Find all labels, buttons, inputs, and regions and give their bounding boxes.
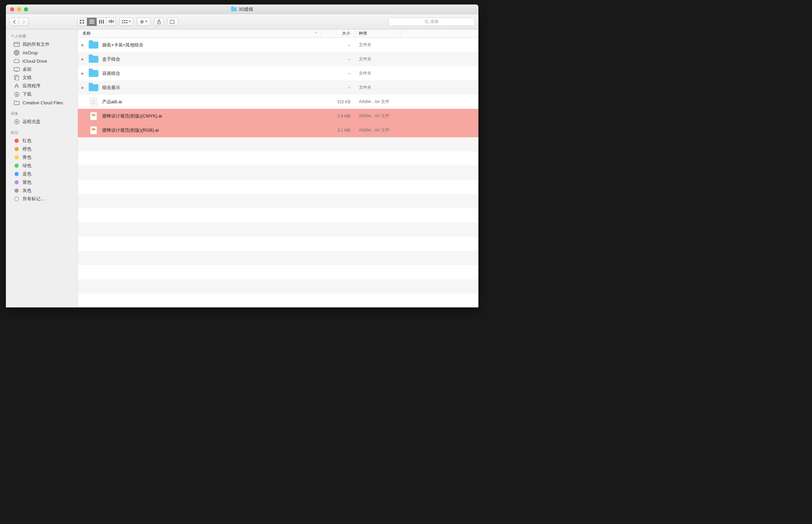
gear-icon: ✻ (140, 19, 144, 25)
sidebar-item-favorite[interactable]: 我的所有文件 (6, 40, 78, 49)
file-kind: Adobe…tor 文件 (355, 127, 400, 133)
file-row[interactable]: 蜜蜂设计规范(初版)(RGB).ai3.1 MBAdobe…tor 文件 (78, 123, 478, 137)
sidebar-item-label: 灰色 (23, 187, 32, 194)
svg-rect-2 (80, 22, 81, 24)
file-row[interactable]: ▶盒子组合--文件夹 (78, 52, 478, 66)
file-size: 3.1 MB (321, 128, 355, 133)
sidebar-item-favorite[interactable]: 桌面 (6, 65, 78, 73)
favorites-header: 个人收藏 (6, 32, 78, 40)
sidebar-item-favorite[interactable]: Creative Cloud Files (6, 98, 78, 107)
arrange-button[interactable] (120, 18, 133, 26)
file-row[interactable]: ▶容器组合--文件夹 (78, 66, 478, 80)
file-kind: Adobe…tor 文件 (355, 99, 400, 105)
svg-rect-12 (113, 20, 114, 23)
file-kind: 文件夹 (355, 70, 400, 76)
coverflow-view-button[interactable] (106, 18, 116, 26)
file-name: 组合展示 (102, 85, 120, 91)
search-icon (425, 20, 429, 24)
disclosure-icon[interactable]: ▶ (81, 86, 85, 89)
disclosure-icon[interactable]: ▶ (81, 43, 85, 47)
file-name: 产品ai8.ai (102, 99, 122, 105)
search-placeholder: 搜索 (430, 19, 439, 25)
finder-window: 3D建模 (6, 5, 478, 307)
sidebar-item-tag[interactable]: 橙色 (6, 145, 78, 153)
sidebar-item-tag[interactable]: 绿色 (6, 161, 78, 170)
file-row[interactable]: 蜜蜂设计规范(初版)(CMYK).ai3.9 MBAdobe…tor 文件 (78, 109, 478, 123)
traffic-lights (10, 7, 28, 11)
action-button[interactable]: ✻ (137, 18, 151, 26)
svg-rect-6 (89, 23, 94, 24)
forward-button[interactable] (19, 18, 29, 26)
svg-rect-20 (170, 20, 174, 24)
minimize-icon[interactable] (17, 7, 21, 11)
ai-file-icon (90, 112, 97, 120)
titlebar[interactable]: 3D建模 (6, 5, 478, 14)
file-row[interactable]: ▶袋装+卡装+其他组合--文件夹 (78, 38, 478, 52)
folder-icon (231, 7, 237, 11)
sidebar-item-device[interactable]: 远程光盘 (6, 117, 78, 126)
empty-row (78, 294, 478, 307)
column-header: 名称 ⌃ 大小 种类 (78, 29, 478, 38)
sidebar-item-tag[interactable]: 蓝色 (6, 170, 78, 178)
title-text: 3D建模 (239, 6, 254, 12)
toolbar: ✻ 搜索 (6, 14, 478, 29)
sidebar-item-tag[interactable]: 红色 (6, 137, 78, 145)
empty-row (78, 237, 478, 251)
svg-rect-8 (101, 20, 102, 24)
tag-dot-icon (14, 163, 20, 168)
sidebar-item-tag[interactable]: 黄色 (6, 153, 78, 161)
svg-rect-11 (111, 20, 112, 23)
svg-rect-29 (16, 76, 19, 80)
tag-dot-icon (14, 188, 20, 193)
svg-rect-17 (124, 22, 125, 23)
column-view-button[interactable] (97, 18, 106, 26)
tags-button[interactable] (167, 18, 178, 26)
folder-icon (89, 56, 98, 63)
list-view-button[interactable] (87, 18, 97, 26)
svg-rect-0 (80, 20, 81, 21)
file-icon (90, 98, 97, 106)
sidebar-item-tag[interactable]: 灰色 (6, 186, 78, 195)
sidebar-item-favorite[interactable]: AirDrop (6, 49, 78, 57)
close-icon[interactable] (10, 7, 14, 11)
search-input[interactable]: 搜索 (388, 18, 475, 26)
empty-row (78, 194, 478, 208)
file-size: -- (321, 85, 355, 90)
column-kind[interactable]: 种类 (355, 29, 400, 37)
disclosure-icon[interactable]: ▶ (81, 57, 85, 61)
sidebar-item-favorite[interactable]: iCloud Drive (6, 57, 78, 65)
icon-view-button[interactable] (77, 18, 87, 26)
downloads-icon (14, 91, 20, 97)
maximize-icon[interactable] (24, 7, 28, 11)
sidebar-item-favorite[interactable]: 文稿 (6, 73, 78, 82)
sidebar-item-favorite[interactable]: 应用程序 (6, 82, 78, 90)
sidebar-item-label: 我的所有文件 (23, 41, 50, 47)
svg-point-32 (16, 121, 17, 122)
svg-rect-3 (82, 22, 84, 24)
sidebar-item-tag[interactable]: 紫色 (6, 178, 78, 186)
file-kind: 文件夹 (355, 42, 400, 48)
icloud-icon (14, 58, 20, 64)
file-size: -- (321, 43, 355, 47)
sidebar-item-all-tags[interactable]: 所有标记… (6, 195, 78, 203)
window-title: 3D建模 (6, 6, 478, 12)
share-button[interactable] (154, 18, 164, 26)
file-row[interactable]: 产品ai8.ai315 KBAdobe…tor 文件 (78, 95, 478, 109)
empty-row (78, 137, 478, 151)
svg-rect-14 (124, 20, 125, 21)
empty-row (78, 180, 478, 194)
svg-point-24 (15, 51, 18, 54)
disclosure-icon[interactable]: ▶ (81, 71, 85, 75)
sidebar-item-label: 橙色 (23, 146, 32, 152)
column-size[interactable]: 大小 (321, 29, 355, 37)
back-button[interactable] (9, 18, 19, 26)
file-row[interactable]: ▶组合展示--文件夹 (78, 80, 478, 95)
sidebar-item-label: 下载 (23, 91, 32, 97)
empty-row (78, 251, 478, 265)
sidebar-item-favorite[interactable]: 下载 (6, 90, 78, 98)
column-name[interactable]: 名称 ⌃ (78, 29, 321, 37)
tag-dot-icon (14, 171, 20, 177)
svg-rect-15 (126, 20, 127, 21)
all-files-icon (14, 42, 20, 47)
view-buttons (77, 18, 116, 26)
